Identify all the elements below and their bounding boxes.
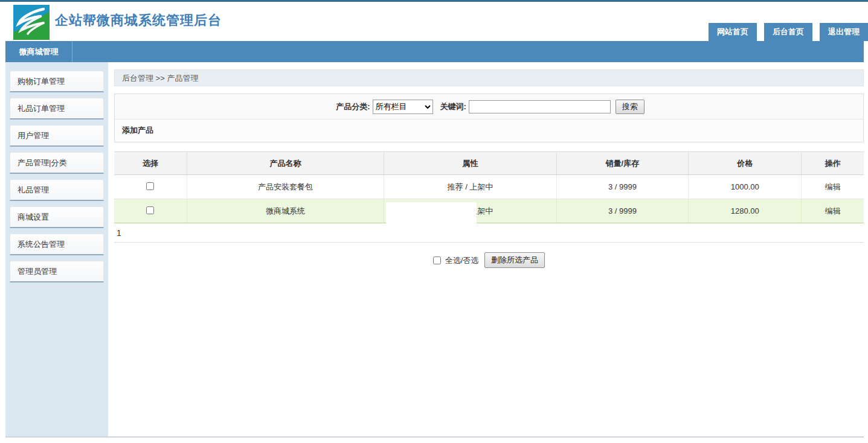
sidebar-item-gifts[interactable]: 礼品管理 — [10, 179, 104, 201]
sidebar-item-users[interactable]: 用户管理 — [10, 125, 104, 147]
category-select[interactable]: 所有栏目 — [373, 100, 433, 114]
blank-popup-overlay — [386, 202, 477, 228]
header: 企站帮微商城系统管理后台 网站首页 后台首页 退出管理 — [5, 2, 864, 41]
col-header-attr: 属性 — [384, 152, 556, 175]
site-home-button[interactable]: 网站首页 — [709, 23, 757, 41]
pagination[interactable]: 1 — [114, 223, 864, 243]
product-name: 微商城系统 — [187, 199, 384, 223]
products-table: 选择 产品名称 属性 销量/库存 价格 操作 产品安装套餐包 推荐 / 上架中 … — [114, 151, 864, 223]
edit-link[interactable]: 编辑 — [802, 199, 864, 223]
sidebar-item-announcements[interactable]: 系统公告管理 — [10, 234, 104, 255]
col-header-name: 产品名称 — [187, 152, 384, 175]
navbar-item-mall-management[interactable]: 微商城管理 — [5, 41, 72, 62]
main-content: 后台管理 >> 产品管理 产品分类: 所有栏目 关键词: 搜索 添加产品 — [108, 62, 864, 436]
select-all-label[interactable]: 全选/否选 — [445, 256, 479, 265]
search-button[interactable]: 搜索 — [616, 100, 645, 114]
table-header-row: 选择 产品名称 属性 销量/库存 价格 操作 — [114, 152, 864, 175]
category-label: 产品分类: — [336, 101, 370, 112]
select-all-checkbox[interactable] — [433, 257, 441, 264]
page-title: 企站帮微商城系统管理后台 — [55, 2, 222, 39]
col-header-sales-stock: 销量/库存 — [556, 152, 688, 175]
row-checkbox[interactable] — [146, 206, 154, 214]
header-nav-buttons: 网站首页 后台首页 退出管理 — [701, 23, 868, 41]
table-row: 产品安装套餐包 推荐 / 上架中 3 / 9999 1000.00 编辑 — [114, 175, 864, 199]
navbar-separator — [72, 41, 72, 62]
content-row: 购物订单管理 礼品订单管理 用户管理 产品管理|分类 礼品管理 商城设置 系统公… — [5, 62, 864, 438]
delete-selected-button[interactable]: 删除所选产品 — [484, 252, 545, 268]
sidebar-item-admins[interactable]: 管理员管理 — [10, 261, 104, 282]
col-header-select: 选择 — [114, 152, 187, 175]
col-header-price: 价格 — [689, 152, 802, 175]
product-price: 1000.00 — [689, 175, 802, 199]
product-name: 产品安装套餐包 — [187, 175, 384, 199]
col-header-action: 操作 — [802, 152, 864, 175]
logout-button[interactable]: 退出管理 — [820, 23, 868, 41]
footer-controls: 全选/否选 删除所选产品 — [114, 252, 864, 268]
admin-home-button[interactable]: 后台首页 — [764, 23, 812, 41]
product-attr: 推荐 / 上架中 — [384, 175, 556, 199]
sidebar-item-mall-settings[interactable]: 商城设置 — [10, 206, 104, 228]
filter-row: 产品分类: 所有栏目 关键词: 搜索 — [115, 94, 863, 120]
sidebar: 购物订单管理 礼品订单管理 用户管理 产品管理|分类 礼品管理 商城设置 系统公… — [5, 62, 108, 436]
sidebar-item-gift-orders[interactable]: 礼品订单管理 — [10, 98, 104, 120]
edit-link[interactable]: 编辑 — [802, 175, 864, 199]
product-sales-stock: 3 / 9999 — [556, 175, 688, 199]
product-sales-stock: 3 / 9999 — [556, 199, 688, 223]
keyword-input[interactable] — [469, 100, 611, 113]
keyword-label: 关键词: — [440, 101, 466, 112]
main-navbar: 微商城管理 — [5, 41, 864, 62]
sidebar-item-shopping-orders[interactable]: 购物订单管理 — [10, 71, 104, 92]
sidebar-item-products[interactable]: 产品管理|分类 — [10, 152, 104, 174]
page-container: 企站帮微商城系统管理后台 网站首页 后台首页 退出管理 微商城管理 购物订单管理… — [5, 2, 864, 438]
table-row: 微商城系统 推荐 / 上架中 3 / 9999 1280.00 编辑 — [114, 199, 864, 223]
qizhanbang-logo-icon — [13, 5, 50, 40]
breadcrumb: 后台管理 >> 产品管理 — [114, 69, 864, 86]
product-price: 1280.00 — [689, 199, 802, 223]
row-checkbox[interactable] — [146, 182, 154, 190]
add-product-link[interactable]: 添加产品 — [115, 120, 863, 142]
filter-panel: 产品分类: 所有栏目 关键词: 搜索 添加产品 — [114, 94, 864, 142]
